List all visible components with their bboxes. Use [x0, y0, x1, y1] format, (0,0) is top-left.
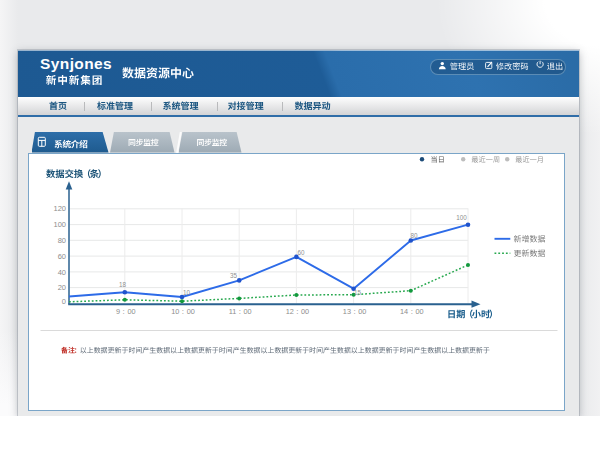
svg-text:14：00: 14：00: [400, 307, 424, 316]
svg-text:10: 10: [183, 289, 191, 296]
svg-text:100: 100: [456, 214, 467, 221]
svg-text:80: 80: [58, 236, 66, 245]
svg-text:15: 15: [354, 289, 362, 296]
svg-text:40: 40: [58, 268, 66, 277]
svg-text:9：00: 9：00: [116, 307, 135, 316]
svg-text:18: 18: [119, 281, 127, 288]
svg-text:11：00: 11：00: [229, 307, 252, 316]
svg-text:12：00: 12：00: [286, 307, 310, 316]
svg-text:10：00: 10：00: [171, 307, 195, 316]
svg-text:60: 60: [297, 249, 305, 256]
svg-text:120: 120: [53, 204, 66, 213]
svg-text:0: 0: [62, 297, 66, 306]
svg-text:80: 80: [410, 232, 418, 239]
svg-text:20: 20: [58, 283, 66, 292]
svg-text:13：00: 13：00: [343, 307, 367, 316]
svg-text:60: 60: [58, 252, 66, 261]
svg-text:35: 35: [230, 272, 238, 279]
svg-text:100: 100: [53, 220, 66, 229]
svg-text:Synjones: Synjones: [40, 55, 112, 72]
